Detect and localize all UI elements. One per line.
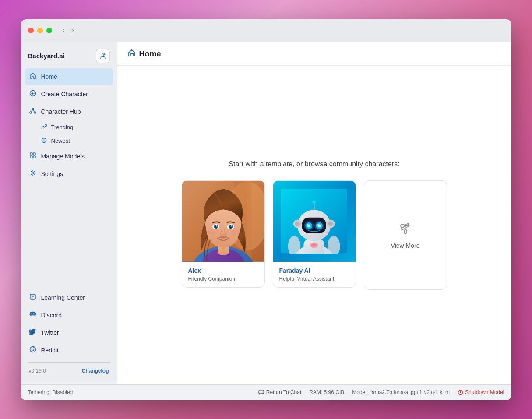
svg-point-9	[32, 108, 34, 110]
character-card-alex[interactable]: Alex Friendly Companion	[182, 180, 265, 288]
svg-point-72	[313, 201, 315, 203]
view-more-card[interactable]: View More	[364, 180, 447, 290]
svg-point-60	[307, 224, 308, 225]
svg-rect-32	[247, 181, 251, 261]
alex-name: Alex	[188, 267, 258, 274]
sidebar-item-character-hub[interactable]: Character Hub	[25, 103, 113, 120]
sidebar-brand: Backyard.ai	[21, 47, 117, 68]
sidebar-item-character-hub-label: Character Hub	[41, 108, 81, 115]
svg-point-26	[33, 349, 34, 350]
sidebar-nav: Home Create Character	[21, 68, 117, 289]
statusbar: Tethering: Disabled Return To Chat RAM: …	[21, 384, 511, 400]
view-more-icon	[398, 221, 412, 238]
sidebar-bottom: Learning Center Discord	[21, 289, 117, 379]
svg-point-52	[311, 243, 317, 247]
content-header: Home	[117, 42, 511, 66]
create-character-icon	[29, 90, 37, 99]
content-area: Home Start with a template, or browse co…	[117, 42, 511, 384]
svg-point-47	[222, 247, 225, 250]
sidebar-item-settings[interactable]: Settings	[25, 165, 113, 182]
characters-row: Alex Friendly Companion	[182, 180, 447, 290]
discord-icon	[29, 311, 37, 320]
sidebar-item-trending[interactable]: Trending	[25, 121, 113, 134]
svg-point-24	[30, 346, 35, 352]
svg-point-67	[295, 221, 300, 226]
shutdown-label: Shutdown Model	[465, 389, 504, 395]
forward-arrow[interactable]: ›	[70, 25, 76, 35]
view-more-label: View More	[391, 242, 420, 249]
model-info: Model: llama2.7b.luna-ai.gguf_v2.q4_k_m	[352, 389, 450, 395]
manage-models-icon	[29, 152, 37, 161]
sidebar-item-home[interactable]: Home	[25, 68, 113, 85]
sidebar-item-discord-label: Discord	[41, 312, 62, 319]
sidebar-divider	[28, 362, 110, 363]
svg-point-45	[207, 229, 216, 235]
faraday-name: Faraday AI	[279, 267, 349, 274]
minimize-button[interactable]	[37, 28, 43, 33]
faraday-card-info: Faraday AI Helpful Virtual Assistant	[273, 262, 356, 287]
sidebar-item-learning-center[interactable]: Learning Center	[25, 289, 113, 306]
alex-image	[182, 181, 264, 262]
home-icon	[29, 72, 37, 81]
sidebar-item-newest[interactable]: Newest	[25, 134, 113, 148]
user-settings-icon	[99, 53, 106, 60]
brand-name: Backyard.ai	[28, 52, 65, 60]
sidebar-item-create-character[interactable]: Create Character	[25, 86, 113, 102]
sidebar-item-create-character-label: Create Character	[41, 91, 88, 98]
svg-rect-18	[33, 156, 35, 158]
tethering-text: Tethering: Disabled	[28, 389, 73, 395]
ram-info: RAM: 5.96 GiB	[309, 389, 344, 395]
profile-settings-button[interactable]	[96, 49, 110, 63]
svg-point-44	[231, 225, 232, 226]
svg-rect-15	[30, 153, 32, 155]
shutdown-model-button[interactable]: Shutdown Model	[458, 389, 504, 395]
alex-card-info: Alex Friendly Companion	[182, 262, 264, 287]
sidebar-item-manage-models[interactable]: Manage Models	[25, 148, 113, 165]
svg-point-40	[216, 225, 217, 226]
svg-point-75	[305, 238, 313, 244]
sidebar-item-discord[interactable]: Discord	[25, 307, 113, 324]
sidebar-item-reddit[interactable]: Reddit	[25, 342, 113, 359]
faraday-description: Helpful Virtual Assistant	[279, 276, 349, 282]
sidebar-item-learning-center-label: Learning Center	[41, 294, 85, 301]
sidebar-item-settings-label: Settings	[41, 170, 63, 177]
app-window: ‹ › Backyard.ai	[21, 19, 511, 400]
svg-point-1	[104, 53, 105, 55]
newest-icon	[41, 137, 47, 144]
sidebar-item-reddit-label: Reddit	[41, 347, 59, 354]
alex-description: Friendly Companion	[188, 276, 258, 282]
svg-point-46	[230, 229, 239, 235]
page-title: Home	[139, 49, 161, 59]
svg-line-13	[33, 110, 35, 112]
sidebar-item-home-label: Home	[41, 73, 57, 80]
svg-point-19	[32, 172, 34, 174]
svg-point-69	[328, 221, 333, 226]
return-to-chat-label: Return To Chat	[266, 389, 302, 395]
sidebar-item-trending-label: Trending	[51, 124, 74, 130]
power-icon	[458, 390, 463, 395]
character-card-faraday[interactable]: Faraday AI Helpful Virtual Assistant	[273, 180, 356, 288]
svg-rect-17	[30, 156, 32, 158]
character-hub-icon	[29, 107, 37, 116]
trending-icon	[41, 124, 47, 131]
changelog-link[interactable]: Changelog	[82, 368, 109, 374]
reddit-icon	[29, 346, 37, 355]
status-tethering: Tethering: Disabled	[28, 389, 258, 395]
svg-line-12	[31, 110, 33, 112]
maximize-button[interactable]	[46, 28, 52, 33]
svg-point-25	[31, 349, 32, 350]
learning-center-icon	[29, 293, 37, 302]
sidebar-item-manage-models-label: Manage Models	[41, 153, 85, 160]
status-right: Return To Chat RAM: 5.96 GiB Model: llam…	[258, 389, 504, 395]
back-arrow[interactable]: ‹	[61, 25, 67, 35]
sidebar: Backyard.ai	[21, 42, 117, 384]
return-to-chat-button[interactable]: Return To Chat	[258, 389, 302, 395]
svg-rect-77	[405, 229, 406, 234]
main-layout: Backyard.ai	[21, 42, 511, 384]
sidebar-item-twitter[interactable]: Twitter	[25, 324, 113, 341]
page-home-icon	[128, 49, 136, 59]
twitter-icon	[29, 328, 37, 337]
svg-point-65	[318, 224, 319, 225]
close-button[interactable]	[28, 28, 34, 33]
svg-rect-81	[259, 390, 264, 394]
